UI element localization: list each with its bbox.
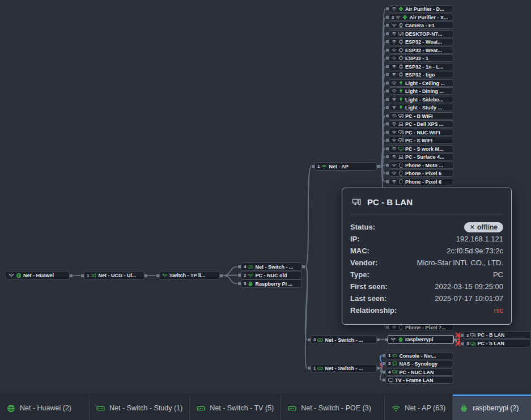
node-huawei[interactable]: Net - Huawei — [6, 271, 70, 280]
node-ap22[interactable]: Phone - Pixel 6 — [389, 178, 453, 185]
wifi-icon — [392, 325, 397, 330]
right-port — [377, 338, 380, 341]
node-ap8[interactable]: ESP32 - 1n - L... — [389, 63, 453, 70]
node-ap6[interactable]: ESP32 - Weat... — [389, 46, 453, 54]
node-label: NAS - Synology — [399, 361, 437, 367]
edge-tplink-sw_top — [223, 267, 237, 276]
left-port — [308, 367, 311, 370]
port-number: 4 — [388, 370, 390, 375]
bulb-icon — [398, 97, 403, 102]
tab-net-switch-tv[interactable]: Net - Switch - TV (5) — [190, 394, 281, 420]
node-sw_mid[interactable]: 3Net - Switch - ... — [311, 336, 377, 344]
wifi-icon — [392, 113, 397, 118]
node-label: Phone - Moto ... — [405, 163, 443, 168]
node-raspi_old[interactable]: 5Raspberry PI ... — [241, 279, 302, 288]
detail-label: Relationship: — [350, 306, 397, 315]
node-sw_top[interactable]: 4Net - Switch - ... — [241, 262, 302, 271]
node-console[interactable]: 1Console - Nvi... — [385, 352, 453, 359]
left-port — [386, 172, 389, 175]
node-tvframe[interactable]: TV - Frame LAN — [385, 376, 453, 384]
detail-value: PC — [493, 270, 503, 279]
popup-divider — [350, 214, 503, 214]
left-port — [238, 274, 241, 277]
tab-label: Net - Switch - POE (3) — [301, 404, 371, 412]
node-ap7[interactable]: ESP32 - 1 — [389, 54, 453, 62]
wifi-icon — [392, 121, 397, 126]
wifi-icon — [392, 138, 397, 143]
tab-net-switch-study[interactable]: Net - Switch - Study (1) — [90, 394, 190, 420]
left-port — [386, 24, 389, 27]
left-port — [238, 282, 241, 285]
wifi-icon — [396, 15, 401, 20]
bulb-icon — [398, 80, 403, 86]
detail-label: Vendor: — [350, 258, 377, 267]
node-label: Raspberry PI ... — [255, 281, 292, 287]
tab-label: Net - Huawei (2) — [20, 404, 71, 412]
wifi-icon — [392, 154, 397, 159]
node-ap15[interactable]: PC - Dell XPS ... — [389, 120, 453, 128]
left-port — [386, 139, 389, 142]
node-ap9[interactable]: ESP32 - tigo — [389, 71, 453, 78]
node-label: PC - Surface 4... — [405, 154, 444, 160]
node-ap2[interactable]: 2Air Purifier - X... — [389, 14, 453, 21]
node-ucg[interactable]: 1Net - UCG - Ul... — [84, 271, 145, 280]
tab-raspberrypi[interactable]: raspberrypi (2) — [453, 394, 531, 420]
node-label: Phone - Pixel 7... — [405, 325, 446, 330]
node-label: Net - Huawei — [23, 273, 54, 278]
raspberry-icon — [248, 281, 253, 287]
node-ap18[interactable]: PC - S work M... — [389, 145, 453, 152]
node-label: Camera - E1 — [405, 23, 435, 28]
right-port — [377, 165, 380, 168]
port-number: 2 — [392, 15, 394, 20]
port-number: 1 — [388, 353, 390, 358]
node-label: PC - B LAN — [477, 332, 504, 338]
node-nuc_old[interactable]: 2PC - NUC old — [241, 271, 302, 279]
node-ap1[interactable]: Air Purifier - D... — [389, 5, 453, 12]
node-nuclan[interactable]: 4PC - NUC LAN — [385, 368, 453, 376]
tab-net-ap[interactable]: Net - AP (63) — [385, 394, 453, 420]
port-number: 1 — [313, 366, 316, 371]
node-label: PC - B WIFI — [405, 113, 433, 119]
node-label: PC - S WIFI — [405, 138, 432, 143]
switch-icon — [248, 264, 253, 270]
chip-icon — [398, 64, 403, 69]
tab-net-huawei[interactable]: Net - Huawei (2) — [0, 394, 90, 420]
left-port — [383, 379, 385, 381]
node-ap3[interactable]: Camera - E1 — [389, 22, 453, 29]
tab-net-switch-poe[interactable]: Net - Switch - POE (3) — [281, 394, 385, 420]
node-label: PC - NUC WIFI — [405, 130, 440, 135]
node-ap11[interactable]: Light - Dining ... — [389, 87, 453, 95]
node-ap14[interactable]: PC - B WIFI — [389, 112, 453, 120]
left-port — [386, 82, 389, 84]
node-pcb[interactable]: 2PC - B LAN — [464, 331, 531, 339]
detail-label: Status: — [350, 223, 375, 231]
node-ap17[interactable]: PC - S WIFI — [389, 137, 453, 144]
node-pcs[interactable]: 3PC - S LAN — [464, 340, 531, 347]
node-ap21[interactable]: Phone - Pixel 6 — [389, 169, 453, 177]
left-port — [383, 362, 385, 365]
node-ap16[interactable]: PC - NUC WIFI — [389, 129, 453, 136]
left-port — [386, 147, 389, 150]
node-label: Switch - TP li... — [169, 273, 205, 278]
bottom-tab-bar: Net - Huawei (2)Net - Switch - Study (1)… — [0, 394, 531, 420]
node-tplink[interactable]: Switch - TP li... — [159, 271, 220, 280]
node-ap20[interactable]: Phone - Moto ... — [389, 162, 453, 169]
globe-icon — [7, 404, 15, 413]
wifi-icon — [392, 171, 397, 176]
left-port — [386, 32, 389, 35]
node-ap10[interactable]: Light - Ceiling ... — [389, 79, 453, 87]
node-sw_bot[interactable]: 1Net - Switch - ... — [311, 364, 377, 372]
wifi-icon — [392, 72, 397, 77]
desktop-icon — [398, 130, 403, 135]
node-ap13[interactable]: Light - Study ... — [389, 104, 453, 111]
wifi-icon — [392, 31, 397, 36]
wifi-icon — [392, 39, 397, 44]
node-ap12[interactable]: Light - Sidebo... — [389, 96, 453, 103]
node-netap[interactable]: 1Net - AP — [315, 162, 377, 171]
node-raspberrypi[interactable]: raspberrypi — [388, 335, 454, 344]
node-ap19[interactable]: PC - Surface 4... — [389, 153, 453, 160]
node-nas[interactable]: 2NAS - Synology — [385, 360, 453, 367]
wifi-icon — [321, 164, 327, 169]
node-ap4[interactable]: DESKTOP-N7... — [389, 30, 453, 37]
node-ap5[interactable]: ESP32 - Weat... — [389, 38, 453, 45]
